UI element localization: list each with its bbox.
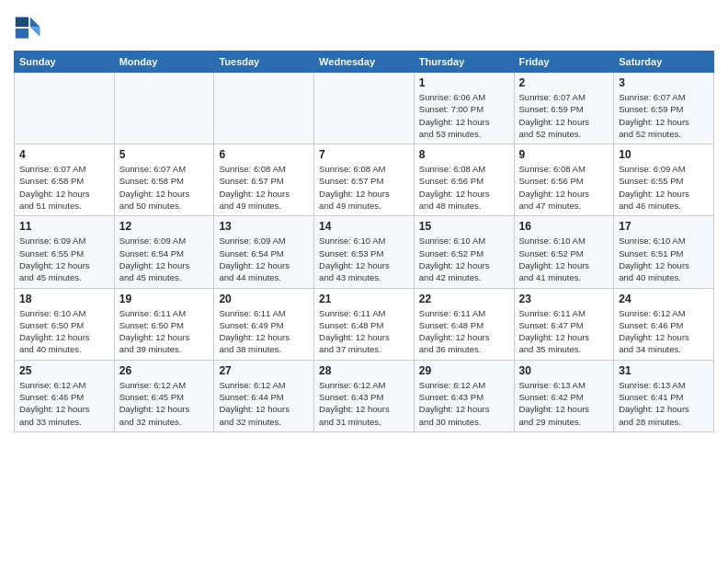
calendar-table: SundayMondayTuesdayWednesdayThursdayFrid… xyxy=(14,51,714,432)
day-info: Sunrise: 6:11 AMSunset: 6:48 PMDaylight:… xyxy=(419,307,509,356)
day-info: Sunrise: 6:10 AMSunset: 6:50 PMDaylight:… xyxy=(19,307,109,356)
day-number: 1 xyxy=(419,76,509,89)
day-cell: 3Sunrise: 6:07 AMSunset: 6:59 PMDaylight… xyxy=(614,73,714,144)
day-number: 30 xyxy=(519,364,609,377)
day-info: Sunrise: 6:09 AMSunset: 6:54 PMDaylight:… xyxy=(119,235,210,283)
day-info: Sunrise: 6:12 AMSunset: 6:46 PMDaylight:… xyxy=(19,379,109,428)
day-number: 15 xyxy=(419,220,509,233)
weekday-header-friday: Friday xyxy=(514,52,614,73)
day-cell: 14Sunrise: 6:10 AMSunset: 6:53 PMDayligh… xyxy=(314,216,415,288)
day-number: 26 xyxy=(119,364,210,377)
weekday-header-wednesday: Wednesday xyxy=(314,52,415,73)
day-number: 7 xyxy=(319,148,409,161)
day-cell: 18Sunrise: 6:10 AMSunset: 6:50 PMDayligh… xyxy=(15,288,115,360)
day-cell: 28Sunrise: 6:12 AMSunset: 6:43 PMDayligh… xyxy=(314,360,415,431)
day-cell: 23Sunrise: 6:11 AMSunset: 6:47 PMDayligh… xyxy=(514,288,614,360)
day-cell: 15Sunrise: 6:10 AMSunset: 6:52 PMDayligh… xyxy=(414,216,514,288)
weekday-header-thursday: Thursday xyxy=(414,52,514,73)
day-cell: 8Sunrise: 6:08 AMSunset: 6:56 PMDaylight… xyxy=(414,144,514,216)
day-number: 17 xyxy=(619,220,709,233)
day-info: Sunrise: 6:11 AMSunset: 6:49 PMDaylight:… xyxy=(219,307,309,356)
day-cell: 25Sunrise: 6:12 AMSunset: 6:46 PMDayligh… xyxy=(15,360,115,431)
day-cell: 22Sunrise: 6:11 AMSunset: 6:48 PMDayligh… xyxy=(414,288,514,360)
svg-rect-4 xyxy=(16,29,28,39)
day-number: 9 xyxy=(519,148,609,161)
day-info: Sunrise: 6:12 AMSunset: 6:46 PMDaylight:… xyxy=(619,307,709,356)
day-info: Sunrise: 6:08 AMSunset: 6:57 PMDaylight:… xyxy=(219,163,309,212)
day-info: Sunrise: 6:10 AMSunset: 6:52 PMDaylight:… xyxy=(519,235,609,283)
day-info: Sunrise: 6:12 AMSunset: 6:44 PMDaylight:… xyxy=(219,379,309,428)
day-cell xyxy=(214,73,314,144)
day-cell: 16Sunrise: 6:10 AMSunset: 6:52 PMDayligh… xyxy=(514,216,614,288)
day-cell: 26Sunrise: 6:12 AMSunset: 6:45 PMDayligh… xyxy=(114,360,214,431)
day-info: Sunrise: 6:09 AMSunset: 6:55 PMDaylight:… xyxy=(19,235,109,283)
day-cell xyxy=(114,73,214,144)
day-cell: 12Sunrise: 6:09 AMSunset: 6:54 PMDayligh… xyxy=(114,216,214,288)
day-cell: 27Sunrise: 6:12 AMSunset: 6:44 PMDayligh… xyxy=(214,360,314,431)
day-cell: 21Sunrise: 6:11 AMSunset: 6:48 PMDayligh… xyxy=(314,288,415,360)
day-cell: 10Sunrise: 6:09 AMSunset: 6:55 PMDayligh… xyxy=(614,144,714,216)
weekday-header-sunday: Sunday xyxy=(15,52,115,73)
day-cell: 7Sunrise: 6:08 AMSunset: 6:57 PMDaylight… xyxy=(314,144,415,216)
day-cell: 29Sunrise: 6:12 AMSunset: 6:43 PMDayligh… xyxy=(414,360,514,431)
day-cell: 17Sunrise: 6:10 AMSunset: 6:51 PMDayligh… xyxy=(614,216,714,288)
day-number: 23 xyxy=(519,293,609,305)
day-info: Sunrise: 6:08 AMSunset: 6:56 PMDaylight:… xyxy=(419,163,509,212)
weekday-header-tuesday: Tuesday xyxy=(214,52,314,73)
weekday-header-saturday: Saturday xyxy=(614,52,714,73)
day-cell xyxy=(15,73,115,144)
week-row-1: 1Sunrise: 6:06 AMSunset: 7:00 PMDaylight… xyxy=(15,73,714,144)
day-number: 27 xyxy=(219,364,309,377)
day-number: 2 xyxy=(519,76,609,89)
day-info: Sunrise: 6:07 AMSunset: 6:58 PMDaylight:… xyxy=(119,163,210,212)
weekday-header-monday: Monday xyxy=(114,52,214,73)
day-info: Sunrise: 6:08 AMSunset: 6:57 PMDaylight:… xyxy=(319,163,409,212)
day-number: 20 xyxy=(219,293,309,305)
day-cell: 24Sunrise: 6:12 AMSunset: 6:46 PMDayligh… xyxy=(614,288,714,360)
day-number: 13 xyxy=(219,220,309,233)
day-cell: 4Sunrise: 6:07 AMSunset: 6:58 PMDaylight… xyxy=(15,144,115,216)
day-cell: 5Sunrise: 6:07 AMSunset: 6:58 PMDaylight… xyxy=(114,144,214,216)
day-cell: 31Sunrise: 6:13 AMSunset: 6:41 PMDayligh… xyxy=(614,360,714,431)
day-cell xyxy=(314,73,415,144)
day-number: 31 xyxy=(619,364,709,377)
day-number: 29 xyxy=(419,364,509,377)
day-info: Sunrise: 6:10 AMSunset: 6:53 PMDaylight:… xyxy=(319,235,409,283)
day-number: 10 xyxy=(619,148,709,161)
logo xyxy=(14,14,47,43)
day-info: Sunrise: 6:10 AMSunset: 6:51 PMDaylight:… xyxy=(619,235,709,283)
day-cell: 2Sunrise: 6:07 AMSunset: 6:59 PMDaylight… xyxy=(514,73,614,144)
day-number: 3 xyxy=(619,76,709,89)
day-cell: 1Sunrise: 6:06 AMSunset: 7:00 PMDaylight… xyxy=(414,73,514,144)
logo-icon xyxy=(14,14,43,43)
day-info: Sunrise: 6:06 AMSunset: 7:00 PMDaylight:… xyxy=(419,91,509,140)
day-number: 5 xyxy=(119,148,210,161)
header xyxy=(14,9,714,43)
day-number: 11 xyxy=(19,220,109,233)
week-row-4: 18Sunrise: 6:10 AMSunset: 6:50 PMDayligh… xyxy=(15,288,714,360)
day-number: 6 xyxy=(219,148,309,161)
day-cell: 11Sunrise: 6:09 AMSunset: 6:55 PMDayligh… xyxy=(15,216,115,288)
day-info: Sunrise: 6:13 AMSunset: 6:41 PMDaylight:… xyxy=(619,379,709,428)
day-cell: 9Sunrise: 6:08 AMSunset: 6:56 PMDaylight… xyxy=(514,144,614,216)
day-info: Sunrise: 6:13 AMSunset: 6:42 PMDaylight:… xyxy=(519,379,609,428)
day-number: 14 xyxy=(319,220,409,233)
day-info: Sunrise: 6:07 AMSunset: 6:58 PMDaylight:… xyxy=(19,163,109,212)
day-number: 21 xyxy=(319,293,409,305)
day-info: Sunrise: 6:07 AMSunset: 6:59 PMDaylight:… xyxy=(519,91,609,140)
day-number: 12 xyxy=(119,220,210,233)
day-info: Sunrise: 6:12 AMSunset: 6:43 PMDaylight:… xyxy=(319,379,409,428)
day-cell: 30Sunrise: 6:13 AMSunset: 6:42 PMDayligh… xyxy=(514,360,614,431)
day-info: Sunrise: 6:12 AMSunset: 6:45 PMDaylight:… xyxy=(119,379,210,428)
day-number: 28 xyxy=(319,364,409,377)
week-row-3: 11Sunrise: 6:09 AMSunset: 6:55 PMDayligh… xyxy=(15,216,714,288)
day-cell: 13Sunrise: 6:09 AMSunset: 6:54 PMDayligh… xyxy=(214,216,314,288)
week-row-2: 4Sunrise: 6:07 AMSunset: 6:58 PMDaylight… xyxy=(15,144,714,216)
day-info: Sunrise: 6:11 AMSunset: 6:47 PMDaylight:… xyxy=(519,307,609,356)
day-info: Sunrise: 6:11 AMSunset: 6:50 PMDaylight:… xyxy=(119,307,210,356)
day-number: 16 xyxy=(519,220,609,233)
day-info: Sunrise: 6:09 AMSunset: 6:55 PMDaylight:… xyxy=(619,163,709,212)
weekday-header-row: SundayMondayTuesdayWednesdayThursdayFrid… xyxy=(15,52,714,73)
day-number: 22 xyxy=(419,293,509,305)
day-number: 25 xyxy=(19,364,109,377)
